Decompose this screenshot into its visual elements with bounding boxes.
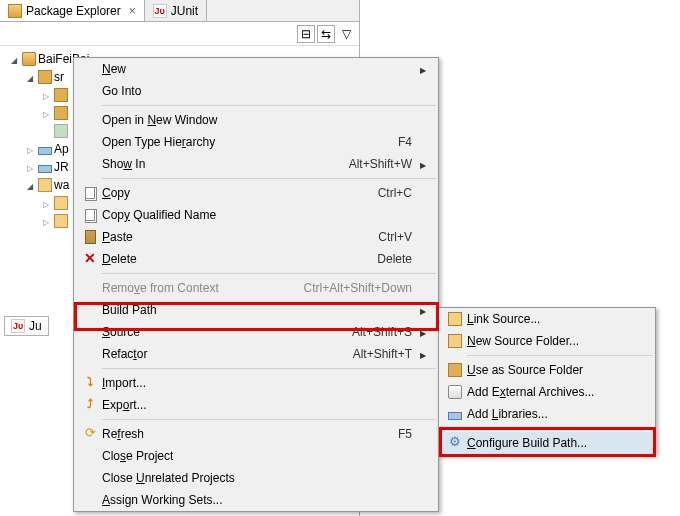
menu-delete[interactable]: ✕ Delete Delete [74, 248, 438, 270]
expand-icon[interactable] [24, 162, 36, 173]
submenu-link-source[interactable]: Link Source... [439, 308, 655, 330]
tree-label: Ap [54, 142, 69, 156]
expand-icon[interactable] [40, 216, 52, 227]
menu-close-unrelated[interactable]: Close Unrelated Projects [74, 467, 438, 489]
view-menu-icon[interactable]: ▽ [337, 25, 355, 43]
view-toolbar: ⊟ ⇆ ▽ [0, 22, 359, 46]
source-folder-icon [448, 363, 462, 377]
menu-refresh[interactable]: ⟳ Refresh F5 [74, 423, 438, 445]
context-menu: New Go Into Open in New Window Open Type… [73, 57, 439, 512]
menu-separator [102, 178, 436, 179]
menu-assign-working-sets[interactable]: Assign Working Sets... [74, 489, 438, 511]
export-icon: ⤴ [83, 398, 97, 412]
tab-label: JUnit [171, 4, 198, 18]
library-icon [448, 412, 462, 420]
menu-new[interactable]: New [74, 58, 438, 80]
tab-label: Package Explorer [26, 4, 121, 18]
bottom-tab[interactable]: Jυ Ju [4, 316, 49, 336]
expand-icon[interactable] [40, 108, 52, 119]
link-source-icon [448, 312, 462, 326]
package-icon [54, 106, 68, 120]
package-icon [8, 4, 22, 18]
expand-icon[interactable] [24, 180, 36, 191]
menu-separator [102, 273, 436, 274]
expand-icon[interactable] [24, 144, 36, 155]
menu-separator [102, 419, 436, 420]
library-icon [38, 165, 52, 173]
expand-icon[interactable] [24, 72, 36, 83]
delete-icon: ✕ [83, 252, 97, 266]
close-icon[interactable]: × [129, 4, 136, 18]
copy-icon [85, 209, 95, 221]
menu-separator [467, 355, 653, 356]
link-editor-icon[interactable]: ⇆ [317, 25, 335, 43]
paste-icon [85, 230, 96, 244]
view-tabs: Package Explorer × Jυ JUnit [0, 0, 359, 22]
archive-icon [448, 385, 462, 399]
tab-junit[interactable]: Jυ JUnit [145, 0, 207, 21]
source-folder-icon [38, 70, 52, 84]
library-icon [38, 147, 52, 155]
tree-label: JR [54, 160, 69, 174]
menu-open-type-hierarchy[interactable]: Open Type Hierarchy F4 [74, 131, 438, 153]
collapse-all-icon[interactable]: ⊟ [297, 25, 315, 43]
menu-refactor[interactable]: Refactor Alt+Shift+T [74, 343, 438, 365]
menu-import[interactable]: ⤵ Import... [74, 372, 438, 394]
junit-icon: Jυ [11, 319, 25, 333]
menu-copy[interactable]: Copy Ctrl+C [74, 182, 438, 204]
menu-copy-qualified[interactable]: Copy Qualified Name [74, 204, 438, 226]
menu-close-project[interactable]: Close Project [74, 445, 438, 467]
submenu-add-libraries[interactable]: Add Libraries... [439, 403, 655, 425]
tree-label: sr [54, 70, 64, 84]
menu-source[interactable]: Source Alt+Shift+S [74, 321, 438, 343]
menu-build-path[interactable]: Build Path [74, 299, 438, 321]
submenu-configure-build-path[interactable]: ⚙ Configure Build Path... [439, 432, 655, 454]
menu-show-in[interactable]: Show In Alt+Shift+W [74, 153, 438, 175]
folder-icon [54, 214, 68, 228]
folder-icon [38, 178, 52, 192]
tree-label: wa [54, 178, 69, 192]
menu-export[interactable]: ⤴ Export... [74, 394, 438, 416]
configure-icon: ⚙ [448, 436, 462, 450]
menu-go-into[interactable]: Go Into [74, 80, 438, 102]
file-icon [54, 124, 68, 138]
refresh-icon: ⟳ [83, 427, 97, 441]
project-icon [22, 52, 36, 66]
expand-icon[interactable] [40, 198, 52, 209]
tab-package-explorer[interactable]: Package Explorer × [0, 0, 145, 21]
import-icon: ⤵ [83, 376, 97, 390]
menu-separator [102, 105, 436, 106]
new-folder-icon [448, 334, 462, 348]
junit-icon: Jυ [153, 4, 167, 18]
submenu-add-external[interactable]: Add External Archives... [439, 381, 655, 403]
submenu-use-as-source[interactable]: Use as Source Folder [439, 359, 655, 381]
folder-icon [54, 196, 68, 210]
menu-paste[interactable]: Paste Ctrl+V [74, 226, 438, 248]
menu-remove-context[interactable]: Remove from Context Ctrl+Alt+Shift+Down [74, 277, 438, 299]
submenu-new-source-folder[interactable]: New Source Folder... [439, 330, 655, 352]
build-path-submenu: Link Source... New Source Folder... Use … [438, 307, 656, 455]
menu-separator [102, 368, 436, 369]
expand-icon[interactable] [40, 90, 52, 101]
tab-label: Ju [29, 319, 42, 333]
menu-separator [467, 428, 653, 429]
expand-icon[interactable] [8, 54, 20, 65]
copy-icon [85, 187, 95, 199]
package-icon [54, 88, 68, 102]
menu-open-new-window[interactable]: Open in New Window [74, 109, 438, 131]
